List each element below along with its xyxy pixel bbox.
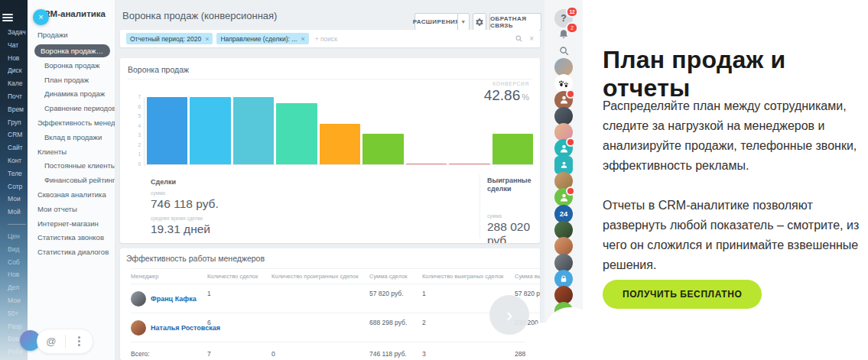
funnel-bar[interactable] (147, 97, 187, 164)
extensions-button[interactable]: РАСШИРЕНИЯ (414, 13, 458, 31)
rail-item[interactable]: Конт (8, 154, 28, 167)
column-header[interactable]: Сумма сделок (369, 273, 422, 280)
rail-item[interactable]: Сотр (8, 180, 28, 193)
managers-table: Менеджер Количество сделок Количество пр… (131, 268, 540, 360)
bitrix24-logo-icon[interactable]: 24 (554, 205, 573, 223)
rail-item[interactable]: Кале (8, 77, 28, 90)
filter-search-input[interactable]: + поиск (315, 35, 515, 43)
manager-cell[interactable]: Франц Кафка (131, 284, 207, 313)
rail-item[interactable]: 50+ (8, 307, 28, 320)
sidebar-item[interactable]: Клиенты (28, 145, 115, 160)
sidebar-item[interactable]: Вклад в продажи (28, 131, 115, 145)
rail-item[interactable]: Диск (8, 64, 28, 77)
rail-item[interactable]: Мои (8, 294, 28, 307)
rail-item[interactable]: Сайт (8, 141, 28, 154)
notifications-bell-icon[interactable]: 2 (554, 25, 573, 44)
search-icon[interactable] (554, 42, 573, 60)
sidebar-search-icon[interactable]: @ (37, 336, 65, 347)
chip-close-icon[interactable]: × (205, 35, 209, 43)
column-header[interactable]: Количество проигранных сделок (271, 273, 369, 280)
collapse-menu-button[interactable]: × (33, 9, 49, 25)
sidebar-item[interactable]: Статистика диалогов (28, 245, 115, 260)
funnel-bar[interactable] (276, 103, 317, 164)
rail-item[interactable]: Чат (8, 39, 28, 52)
more-options-icon[interactable] (66, 336, 93, 346)
icon-strip: ?12224 (545, 0, 583, 360)
settings-gear-button[interactable] (473, 13, 486, 31)
user-avatar[interactable] (554, 254, 573, 272)
y-tick-label: 4 (130, 124, 141, 128)
rail-item[interactable]: Груп (8, 116, 28, 129)
funnel-bar[interactable] (449, 164, 489, 165)
chat-avatar[interactable] (554, 91, 573, 109)
funnel-bar[interactable] (233, 97, 274, 164)
rail-item[interactable]: Соб (8, 256, 28, 269)
filter-chip-period[interactable]: Отчетный период: 2020 × (126, 33, 213, 44)
deals-sum-value: 746 118 руб. (151, 197, 219, 211)
table-total-row: Всего: 7 0 746 118 руб. 3 288 020 руб. (131, 342, 540, 360)
search-icon[interactable] (515, 34, 523, 43)
rail-item[interactable]: Почт (8, 90, 28, 103)
sidebar-item[interactable]: План продаж (28, 73, 115, 88)
column-header[interactable]: Сумма выигранных сделок (515, 273, 540, 280)
sidebar-item[interactable]: Мои отчеты (28, 203, 115, 217)
sidebar-item[interactable]: Сквозная аналитика (28, 188, 115, 203)
sidebar-item[interactable]: Постоянные клиенты (28, 159, 115, 174)
sidebar-item[interactable]: Динамика продаж (28, 87, 115, 102)
funnel-bar[interactable] (320, 124, 360, 164)
won-sum-value: 288 020 руб. (487, 220, 536, 243)
manager-name-link[interactable]: Франц Кафка (151, 295, 197, 303)
column-header[interactable]: Количество выиграных сделок (422, 273, 515, 280)
hamburger-menu-icon[interactable] (2, 14, 13, 21)
rail-item[interactable]: Цен (8, 230, 28, 243)
deals-sum-cell: 688 298 руб. (369, 313, 422, 342)
sum-label: сумма (487, 213, 536, 219)
crm-main-area: Воронка продаж (конверсионная) РАСШИРЕНИ… (115, 0, 545, 360)
sidebar-item[interactable]: Сравнение периодов (28, 102, 115, 116)
sidebar-item[interactable]: Интернет-магазин (28, 217, 115, 232)
column-header[interactable]: Менеджер (131, 273, 207, 280)
funnel-bar[interactable] (493, 134, 533, 164)
get-free-button[interactable]: ПОЛУЧИТЬ БЕСПЛАТНО (603, 280, 762, 309)
sidebar-item[interactable]: Статистика звонков (28, 231, 115, 245)
sum-label: сумма (151, 190, 219, 196)
sidebar-item[interactable]: Эффективность менедж... (28, 116, 115, 131)
rail-item[interactable]: Вид (8, 243, 28, 256)
rail-item[interactable]: Дел (8, 281, 28, 294)
funnel-bar[interactable] (406, 164, 447, 165)
rail-item[interactable]: Задач (8, 26, 28, 39)
rail-item[interactable]: CRM (8, 128, 28, 141)
feedback-button[interactable]: ОБРАТНАЯ СВЯЗЬ (489, 13, 541, 31)
funnel-bar[interactable] (190, 97, 230, 164)
rail-item[interactable]: Нов (8, 268, 28, 281)
chat-avatar[interactable] (554, 139, 573, 157)
filter-bar[interactable]: Отчетный период: 2020 × Направление (сде… (120, 30, 540, 47)
sidebar-item[interactable]: Воронка продаж (ко... (34, 44, 110, 57)
sidebar-item[interactable]: Продажи (28, 28, 115, 43)
sidebar-menu: ПродажиВоронка продаж (ко...Воронка прод… (28, 28, 115, 260)
funnel-bar[interactable] (362, 134, 403, 164)
deals-sum-cell: 746 118 руб. (369, 350, 422, 358)
user-avatar[interactable] (554, 237, 573, 255)
sidebar-item[interactable]: Воронка продаж (28, 59, 115, 73)
clear-filter-icon[interactable]: × (529, 34, 534, 43)
rail-item[interactable]: Нов (8, 52, 28, 65)
y-axis-line (144, 97, 145, 164)
left-rail-items: ЗадачЧатНовДискКалеПочтВремГрупCRMСайтКо… (8, 26, 28, 358)
rail-item[interactable]: Мой (8, 206, 28, 219)
chip-close-icon[interactable]: × (301, 35, 304, 43)
filter-chip-direction[interactable]: Направление (сделки): ... × (216, 33, 308, 44)
filter-bar-icons: × (515, 34, 534, 43)
manager-cell[interactable]: Наталья Ростовская (131, 313, 207, 342)
y-tick-label: 2 (130, 143, 141, 148)
avg-time-value: 19.31 дней (151, 222, 219, 236)
chat-avatar[interactable] (554, 188, 573, 206)
rail-item[interactable]: Мои (8, 193, 28, 206)
rail-item[interactable]: Врем (8, 103, 28, 116)
left-rail: ЗадачЧатНовДискКалеПочтВремГрупCRMСайтКо… (0, 0, 28, 360)
column-header[interactable]: Количество сделок (207, 273, 271, 280)
sidebar-item[interactable]: Финансовый рейтинг (28, 174, 115, 188)
extensions-caret-button[interactable]: ▼ (457, 13, 470, 31)
rail-item[interactable]: Теле (8, 167, 28, 180)
next-slide-button[interactable]: › (489, 295, 529, 335)
